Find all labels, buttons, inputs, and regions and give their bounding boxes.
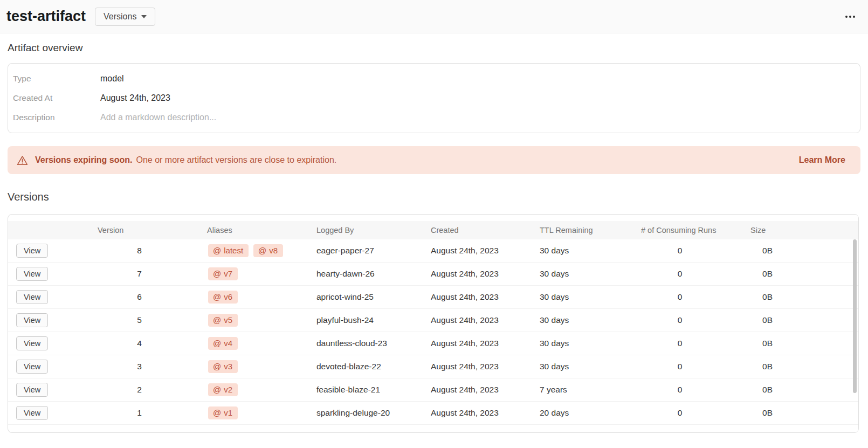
alias-label: v4 — [224, 339, 232, 348]
view-button[interactable]: View — [16, 290, 48, 304]
top-bar: test-artifact Versions — [0, 0, 868, 33]
alias-chip[interactable]: @v7 — [208, 267, 238, 280]
type-label: Type — [8, 74, 100, 84]
size-cell: 0B — [734, 269, 801, 279]
view-button[interactable]: View — [16, 360, 48, 374]
consuming-runs-cell: 0 — [626, 246, 734, 256]
alias-label: v7 — [224, 269, 232, 278]
alias-chip[interactable]: @v1 — [208, 406, 238, 419]
view-button[interactable]: View — [16, 244, 48, 258]
banner-message: One or more artifact versions are close … — [136, 155, 337, 165]
versions-dropdown-button[interactable]: Versions — [95, 8, 155, 26]
logged-by-run-link[interactable]: apricot-wind-25 — [301, 292, 417, 302]
created-cell: August 24th, 2023 — [417, 408, 525, 418]
size-cell: 0B — [734, 339, 801, 348]
alias-chip[interactable]: @latest — [208, 244, 249, 257]
banner-title: Versions expiring soon. — [35, 155, 133, 165]
created-cell: August 24th, 2023 — [417, 339, 525, 348]
consuming-runs-cell: 0 — [626, 385, 734, 395]
learn-more-link[interactable]: Learn More — [799, 155, 845, 165]
logged-by-run-link[interactable]: hearty-dawn-26 — [301, 269, 417, 279]
logged-by-run-link[interactable]: feasible-blaze-21 — [301, 385, 417, 395]
at-icon: @ — [213, 408, 221, 417]
ttl-cell: 30 days — [525, 362, 626, 371]
page-title: test-artifact — [6, 8, 86, 25]
logged-by-run-link[interactable]: sparkling-deluge-20 — [301, 408, 417, 418]
table-scrollbar[interactable] — [853, 239, 857, 393]
table-row: View 3 @v3 devoted-blaze-22 August 24th,… — [8, 355, 858, 378]
table-row: View 7 @v7 hearty-dawn-26 August 24th, 2… — [8, 263, 858, 286]
aliases-cell: @v6 — [197, 291, 301, 304]
alias-chip[interactable]: @v4 — [208, 337, 238, 350]
description-input[interactable]: Add a markdown description... — [100, 113, 216, 122]
consuming-runs-cell: 0 — [626, 315, 734, 325]
view-button[interactable]: View — [16, 267, 48, 281]
at-icon: @ — [213, 315, 221, 325]
alias-label: v8 — [269, 246, 278, 255]
table-row: View 8 @latest @v8 eager-paper-27 August… — [8, 239, 858, 263]
ttl-cell: 20 days — [525, 408, 626, 418]
ttl-cell: 30 days — [525, 269, 626, 279]
field-row-created-at: Created At August 24th, 2023 — [8, 88, 860, 108]
at-icon: @ — [213, 385, 221, 394]
overview-card: Type model Created At August 24th, 2023 … — [8, 63, 860, 133]
alias-chip[interactable]: @v5 — [208, 314, 238, 327]
logged-by-run-link[interactable]: playful-bush-24 — [301, 315, 417, 325]
version-number: 6 — [81, 292, 197, 302]
view-button[interactable]: View — [16, 383, 48, 397]
overflow-menu-icon[interactable] — [844, 12, 856, 21]
at-icon: @ — [213, 339, 221, 348]
view-button[interactable]: View — [16, 313, 48, 327]
alias-label: v6 — [224, 292, 232, 301]
logged-by-run-link[interactable]: eager-paper-27 — [301, 246, 417, 256]
view-button[interactable]: View — [16, 406, 48, 420]
version-number: 2 — [81, 385, 197, 395]
created-cell: August 24th, 2023 — [417, 385, 525, 395]
created-at-value: August 24th, 2023 — [100, 93, 170, 103]
ttl-cell: 30 days — [525, 292, 626, 302]
at-icon: @ — [213, 269, 221, 278]
alias-chip[interactable]: @v3 — [208, 360, 238, 373]
field-row-description: Description Add a markdown description..… — [8, 108, 860, 127]
col-header-version: Version — [81, 226, 197, 235]
logged-by-run-link[interactable]: devoted-blaze-22 — [301, 362, 417, 371]
col-header-aliases: Aliases — [197, 226, 301, 235]
ttl-cell: 30 days — [525, 246, 626, 256]
size-cell: 0B — [734, 292, 801, 302]
version-number: 8 — [81, 246, 197, 256]
consuming-runs-cell: 0 — [626, 408, 734, 418]
at-icon: @ — [213, 362, 221, 371]
at-icon: @ — [258, 246, 266, 255]
version-number: 4 — [81, 339, 197, 348]
overview-heading: Artifact overview — [8, 42, 860, 54]
size-cell: 0B — [734, 385, 801, 395]
size-cell: 0B — [734, 408, 801, 418]
alias-label: v2 — [224, 385, 232, 394]
version-number: 3 — [81, 362, 197, 371]
alias-label: v3 — [224, 362, 232, 371]
size-cell: 0B — [734, 362, 801, 371]
logged-by-run-link[interactable]: dauntless-cloud-23 — [301, 339, 417, 348]
table-row: View 5 @v5 playful-bush-24 August 24th, … — [8, 309, 858, 332]
alias-chip[interactable]: @v8 — [253, 244, 283, 257]
version-number: 1 — [81, 408, 197, 418]
table-header-row: Version Aliases Logged By Created TTL Re… — [8, 221, 858, 239]
expiration-warning-banner: Versions expiring soon. One or more arti… — [8, 146, 860, 174]
aliases-cell: @v5 — [197, 314, 301, 327]
ttl-cell: 30 days — [525, 315, 626, 325]
alias-chip[interactable]: @v2 — [208, 383, 238, 396]
created-cell: August 24th, 2023 — [417, 292, 525, 302]
ttl-cell: 7 years — [525, 385, 626, 395]
view-button[interactable]: View — [16, 336, 48, 350]
aliases-cell: @v4 — [197, 337, 301, 350]
aliases-cell: @v2 — [197, 383, 301, 396]
at-icon: @ — [213, 246, 221, 255]
table-row: View 2 @v2 feasible-blaze-21 August 24th… — [8, 378, 858, 402]
type-value: model — [100, 74, 124, 84]
col-header-ttl: TTL Remaining — [525, 226, 626, 235]
versions-dropdown-label: Versions — [104, 12, 136, 22]
field-row-type: Type model — [8, 69, 860, 88]
alias-chip[interactable]: @v6 — [208, 291, 238, 304]
consuming-runs-cell: 0 — [626, 339, 734, 348]
chevron-down-icon — [141, 15, 147, 18]
